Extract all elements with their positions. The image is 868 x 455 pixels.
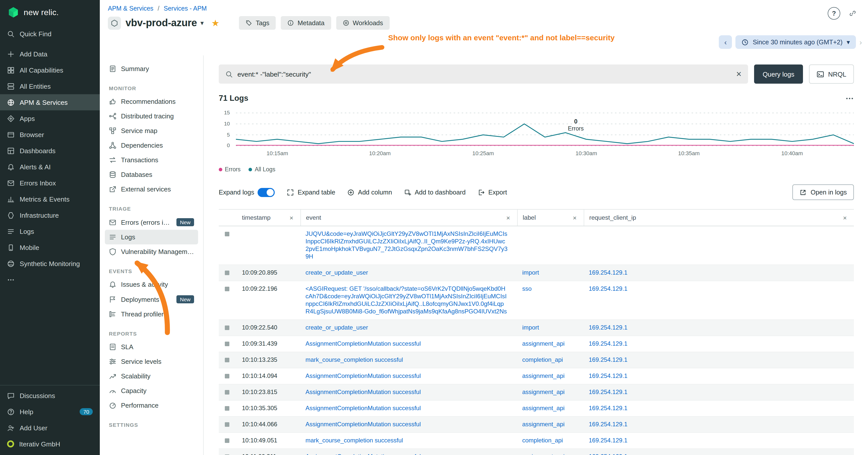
sidebar-item-add-user[interactable]: Add User (0, 420, 100, 436)
log-label-link[interactable]: import (522, 269, 539, 276)
sidebar-item-mobile[interactable]: Mobile (0, 239, 100, 256)
subnav-item-scalability[interactable]: Scalability (105, 369, 198, 384)
log-row-marker-icon[interactable] (225, 406, 229, 411)
subnav-item-vulnerability-management[interactable]: Vulnerability Management (105, 245, 198, 259)
log-row[interactable]: JUQVU&code=eyJraWQiOiJjcGltY29yZV8wOTl1M… (219, 226, 854, 265)
log-row-marker-icon[interactable] (225, 438, 229, 443)
clear-query-icon[interactable]: × (736, 69, 742, 78)
log-row-marker-icon[interactable] (225, 287, 229, 291)
subnav-item-dependencies[interactable]: Dependencies (105, 138, 198, 153)
column-header-event[interactable]: event× (301, 209, 517, 226)
sidebar-item-errors-inbox[interactable]: Errors Inbox (0, 175, 100, 191)
log-row[interactable]: 10:10:13.235mark_course_completion succe… (219, 352, 854, 368)
column-header-timestamp[interactable]: timestamp× (237, 209, 301, 226)
subnav-item-summary[interactable]: Summary (105, 62, 198, 76)
log-ip-link[interactable]: 169.254.129.1 (589, 453, 627, 455)
sidebar-item-add-data[interactable]: Add Data (0, 46, 100, 62)
subnav-item-recommendations[interactable]: Recommendations (105, 94, 198, 109)
sidebar-item-apps[interactable]: Apps (0, 110, 100, 127)
export-button[interactable]: Export (478, 189, 507, 196)
log-row[interactable]: 10:10:14.094AssignmentCompletionMutation… (219, 368, 854, 385)
subnav-item-logs[interactable]: Logs (105, 230, 198, 245)
subnav-item-distributed-tracing[interactable]: Distributed tracing (105, 109, 198, 124)
log-ip-link[interactable]: 169.254.129.1 (589, 340, 627, 347)
subnav-item-service-map[interactable]: Service map (105, 124, 198, 138)
sidebar-item-infrastructure[interactable]: Infrastructure (0, 207, 100, 223)
remove-column-icon[interactable]: × (573, 214, 577, 222)
nrql-button[interactable]: NRQL (809, 65, 854, 84)
breadcrumb-link-services-apm[interactable]: Services - APM (164, 5, 207, 12)
remove-column-icon[interactable]: × (843, 214, 847, 222)
log-label-link[interactable]: assignment_api (522, 340, 564, 347)
expand-table-button[interactable]: Expand table (287, 189, 335, 196)
log-row[interactable]: 10:09:22.196<ASGIRequest: GET '/sso/call… (219, 281, 854, 320)
log-row[interactable]: 10:10:44.066AssignmentCompletionMutation… (219, 417, 854, 433)
log-label-link[interactable]: assignment_api (522, 372, 564, 380)
subnav-item-databases[interactable]: Databases (105, 167, 198, 182)
toggle-on-icon[interactable] (258, 188, 275, 197)
subnav-item-performance[interactable]: Performance (105, 398, 198, 413)
log-ip-link[interactable]: 169.254.129.1 (589, 285, 627, 292)
time-picker[interactable]: Since 30 minutes ago (GMT+2) ▾ (736, 35, 856, 49)
log-event-link[interactable]: JUQVU&code=eyJraWQiOiJjcGltY29yZV8wOTl1M… (306, 230, 511, 260)
log-query-input[interactable]: event:* -"label":"security" × (219, 65, 748, 84)
log-event-link[interactable]: mark_course_completion successful (306, 356, 511, 364)
sidebar-item-browser[interactable]: Browser (0, 127, 100, 142)
log-ip-link[interactable]: 169.254.129.1 (589, 389, 627, 395)
log-row[interactable]: 10:10:35.305AssignmentCompletionMutation… (219, 400, 854, 417)
logs-timeseries-svg[interactable] (236, 110, 854, 148)
query-logs-button[interactable]: Query logs (754, 65, 803, 84)
newrelic-logo[interactable]: new relic. (0, 0, 100, 26)
expand-logs-toggle[interactable]: Expand logs (219, 188, 275, 197)
add-to-dashboard-button[interactable]: Add to dashboard (404, 189, 465, 196)
log-row[interactable]: 10:11:00.311AssignmentCompletionMutation… (219, 449, 854, 455)
log-ip-link[interactable]: 169.254.129.1 (589, 437, 627, 444)
log-event-link[interactable]: AssignmentCompletionMutation successful (306, 389, 511, 396)
sidebar-item-dashboards[interactable]: Dashboards (0, 142, 100, 159)
entity-dropdown-caret-icon[interactable]: ▾ (200, 19, 204, 27)
sidebar-item-synthetic-monitoring[interactable]: Synthetic Monitoring (0, 256, 100, 271)
log-label-link[interactable]: assignment_api (522, 453, 564, 455)
metadata-button[interactable]: Metadata (281, 16, 331, 30)
subnav-item-service-levels[interactable]: Service levels (105, 354, 198, 369)
log-row[interactable]: 10:10:49.051mark_course_completion succe… (219, 433, 854, 449)
sidebar-item-iterativ-gmbh[interactable]: Iterativ GmbH (0, 436, 100, 452)
remove-column-icon[interactable]: × (289, 214, 293, 222)
log-label-link[interactable]: assignment_api (522, 404, 564, 412)
copy-permalink-icon[interactable] (846, 7, 859, 20)
add-column-button[interactable]: Add column (347, 189, 392, 196)
subnav-item-external-services[interactable]: External services (105, 182, 198, 196)
log-event-link[interactable]: create_or_update_user (306, 269, 511, 277)
log-ip-link[interactable]: 169.254.129.1 (589, 324, 627, 331)
log-ip-link[interactable]: 169.254.129.1 (589, 421, 627, 428)
column-header-request_client_ip[interactable]: request_client_ip× (584, 209, 854, 226)
log-row[interactable]: 10:09:31.439AssignmentCompletionMutation… (219, 336, 854, 352)
log-label-link[interactable]: assignment_api (522, 421, 564, 428)
log-ip-link[interactable]: 169.254.129.1 (589, 404, 627, 412)
log-ip-link[interactable]: 169.254.129.1 (589, 372, 627, 380)
log-label-link[interactable]: completion_api (522, 356, 563, 363)
log-row[interactable]: 10:09:22.540create_or_update_userimport1… (219, 320, 854, 336)
log-row[interactable]: 10:10:23.815AssignmentCompletionMutation… (219, 385, 854, 400)
subnav-item-thread-profiler[interactable]: Thread profiler (105, 307, 198, 322)
sidebar-item-logs[interactable]: Logs (0, 223, 100, 239)
log-event-link[interactable]: <ASGIRequest: GET '/sso/callback/?state=… (306, 285, 511, 316)
sidebar-item-more[interactable] (0, 271, 100, 288)
column-header-label[interactable]: label× (517, 209, 584, 226)
log-row-marker-icon[interactable] (225, 232, 229, 236)
log-row-marker-icon[interactable] (225, 342, 229, 346)
log-label-link[interactable]: completion_api (522, 437, 563, 444)
log-event-link[interactable]: AssignmentCompletionMutation successful (306, 421, 511, 428)
log-row-marker-icon[interactable] (225, 325, 229, 330)
sidebar-item-discussions[interactable]: Discussions (0, 388, 100, 403)
log-label-link[interactable]: sso (522, 285, 531, 292)
log-event-link[interactable]: create_or_update_user (306, 324, 511, 331)
remove-column-icon[interactable]: × (506, 214, 510, 222)
log-row-marker-icon[interactable] (225, 390, 229, 394)
log-event-link[interactable]: AssignmentCompletionMutation successful (306, 453, 511, 455)
subnav-item-issues-activity[interactable]: Issues & activity (105, 277, 198, 292)
more-options-icon[interactable] (845, 94, 854, 102)
subnav-item-capacity[interactable]: Capacity (105, 384, 198, 398)
log-row-marker-icon[interactable] (225, 422, 229, 427)
help-icon[interactable]: ? (828, 7, 840, 20)
